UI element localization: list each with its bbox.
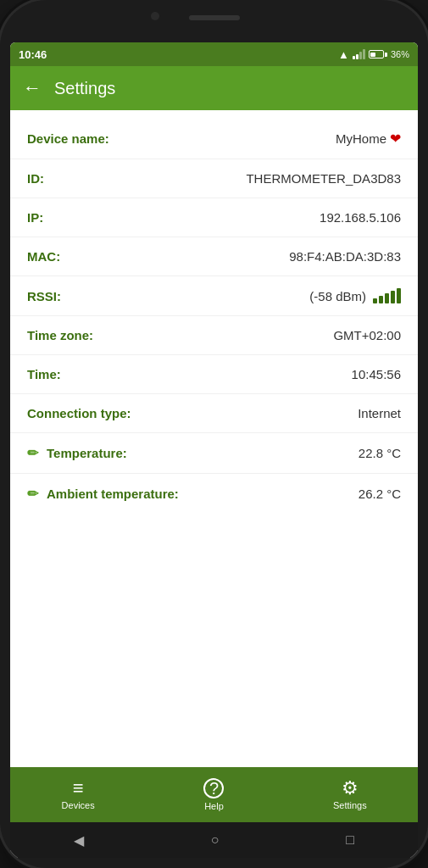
android-back-button[interactable]: ◀ — [74, 832, 84, 849]
status-time: 10:46 — [19, 48, 47, 61]
nav-settings[interactable]: ⚙ Settings — [282, 772, 418, 817]
ip-label: IP: — [27, 210, 43, 225]
connection-type-label: Connection type: — [27, 406, 131, 420]
connection-type-row: Connection type: Internet — [10, 394, 418, 433]
rssi-value: (-58 dBm) — [309, 288, 401, 303]
help-icon: ? — [203, 778, 224, 798]
settings-content: Device name: MyHome ❤ ID: THERMOMETER_DA… — [10, 110, 418, 767]
settings-icon: ⚙ — [342, 779, 359, 798]
rssi-label: RSSI: — [27, 289, 61, 303]
temperature-label: ✏ Temperature: — [27, 445, 127, 461]
connection-type-value: Internet — [358, 406, 401, 420]
android-nav: ◀ ○ □ — [10, 822, 418, 858]
heart-icon: ❤ — [390, 131, 401, 147]
time-row: Time: 10:45:56 — [10, 355, 418, 394]
page-title: Settings — [54, 79, 115, 98]
ambient-temperature-row[interactable]: ✏ Ambient temperature: 26.2 °C — [10, 474, 418, 514]
device-name-row: Device name: MyHome ❤ — [10, 119, 418, 159]
bottom-nav: ≡ Devices ? Help ⚙ Settings — [10, 767, 418, 822]
pencil-icon: ✏ — [27, 445, 38, 461]
ambient-temperature-value: 26.2 °C — [359, 487, 401, 501]
device-name-label: Device name: — [27, 131, 109, 146]
wifi-icon: ▲ — [338, 48, 349, 61]
devices-label: Devices — [62, 800, 95, 810]
phone-frame: 10:46 ▲ 36% — [0, 0, 428, 868]
timezone-value: GMT+02:00 — [333, 328, 401, 342]
nav-help[interactable]: ? Help — [146, 771, 281, 818]
time-value: 10:45:56 — [352, 367, 401, 381]
device-id-row: ID: THERMOMETER_DA3D83 — [10, 159, 418, 198]
ip-value: 192.168.5.106 — [320, 210, 401, 225]
mac-row: MAC: 98:F4:AB:DA:3D:83 — [10, 237, 418, 276]
status-icons: ▲ 36% — [338, 48, 409, 61]
mac-value: 98:F4:AB:DA:3D:83 — [289, 249, 401, 264]
help-label: Help — [204, 801, 224, 811]
camera — [151, 12, 159, 20]
status-bar: 10:46 ▲ 36% — [10, 42, 418, 66]
rssi-row: RSSI: (-58 dBm) — [10, 276, 418, 316]
android-recent-button[interactable]: □ — [346, 832, 354, 848]
pencil-icon-2: ✏ — [27, 486, 38, 502]
signal-icon — [353, 49, 365, 59]
temperature-row[interactable]: ✏ Temperature: 22.8 °C — [10, 433, 418, 474]
temperature-value: 22.8 °C — [359, 446, 401, 460]
nav-devices[interactable]: ≡ Devices — [10, 772, 146, 817]
mac-label: MAC: — [27, 249, 60, 264]
ambient-temperature-label: ✏ Ambient temperature: — [27, 486, 179, 502]
app-header: ← Settings — [10, 66, 418, 110]
time-label: Time: — [27, 367, 61, 381]
back-button[interactable]: ← — [23, 77, 42, 99]
settings-label: Settings — [333, 800, 367, 810]
battery-percent: 36% — [391, 49, 409, 59]
screen: 10:46 ▲ 36% — [10, 42, 418, 858]
rssi-signal-bars — [373, 288, 401, 303]
device-id-label: ID: — [27, 171, 44, 186]
device-id-value: THERMOMETER_DA3D83 — [246, 171, 401, 186]
android-home-button[interactable]: ○ — [211, 832, 220, 848]
device-name-value: MyHome ❤ — [336, 131, 401, 147]
timezone-label: Time zone: — [27, 328, 93, 342]
battery-icon — [369, 50, 387, 58]
devices-icon: ≡ — [73, 779, 84, 798]
timezone-row: Time zone: GMT+02:00 — [10, 316, 418, 355]
ip-row: IP: 192.168.5.106 — [10, 198, 418, 237]
